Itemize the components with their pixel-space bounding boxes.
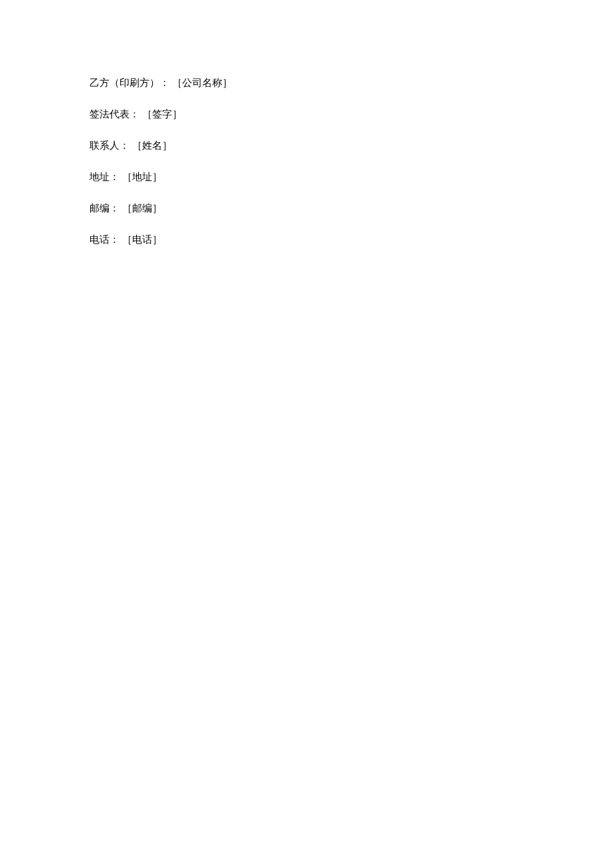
postal-code-line: 邮编： ［邮编］ xyxy=(89,203,614,213)
representative-line: 签法代表： ［签字］ xyxy=(89,109,614,119)
address-value: ［地址］ xyxy=(122,171,162,182)
contact-label: 联系人： xyxy=(89,140,129,151)
phone-value: ［电话］ xyxy=(122,234,162,245)
party-b-label: 乙方（印刷方）： xyxy=(89,77,170,88)
party-b-value: ［公司名称］ xyxy=(172,77,232,88)
address-line: 地址： ［地址］ xyxy=(89,172,614,182)
representative-value: ［签字］ xyxy=(142,109,182,119)
representative-label: 签法代表： xyxy=(89,109,139,119)
postal-code-label: 邮编： xyxy=(89,203,119,213)
contact-line: 联系人： ［姓名］ xyxy=(89,141,614,151)
address-label: 地址： xyxy=(89,171,119,182)
contact-value: ［姓名］ xyxy=(132,140,172,151)
postal-code-value: ［邮编］ xyxy=(122,203,162,213)
party-b-line: 乙方（印刷方）： ［公司名称］ xyxy=(89,78,614,88)
phone-line: 电话： ［电话］ xyxy=(89,235,614,245)
phone-label: 电话： xyxy=(89,234,119,245)
